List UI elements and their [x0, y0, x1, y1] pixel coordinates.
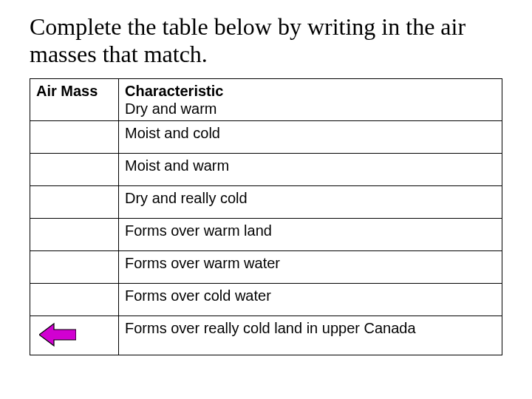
table-row: Forms over cold water: [30, 283, 502, 316]
page-title: Complete the table below by writing in t…: [30, 13, 502, 68]
header-characteristic-label: Characteristic: [125, 83, 223, 99]
back-arrow-shape: [39, 324, 76, 346]
table-row: Forms over really cold land in upper Can…: [30, 316, 502, 355]
table-row: Forms over warm land: [30, 218, 502, 250]
table-row: Dry and really cold: [30, 185, 502, 218]
cell-characteristic: Forms over cold water: [119, 283, 502, 316]
header-air-mass: Air Mass: [30, 78, 119, 120]
cell-airmass[interactable]: [30, 153, 119, 185]
slide: Complete the table below by writing in t…: [0, 0, 532, 355]
table-row: Forms over warm water: [30, 250, 502, 283]
cell-characteristic: Moist and cold: [119, 120, 502, 153]
cell-airmass[interactable]: [30, 120, 119, 153]
cell-characteristic: Forms over warm land: [119, 218, 502, 250]
header-characteristic-sub: Dry and warm: [125, 100, 496, 117]
air-mass-table: Air Mass Characteristic Dry and warm Moi…: [30, 78, 502, 355]
cell-airmass[interactable]: [30, 185, 119, 218]
header-characteristic: Characteristic Dry and warm: [119, 78, 502, 120]
cell-characteristic: Dry and really cold: [119, 185, 502, 218]
cell-airmass[interactable]: [30, 250, 119, 283]
back-arrow-icon[interactable]: [39, 322, 76, 347]
table-header-row: Air Mass Characteristic Dry and warm: [30, 78, 502, 120]
cell-airmass[interactable]: [30, 316, 119, 355]
cell-characteristic: Moist and warm: [119, 153, 502, 185]
table-row: Moist and warm: [30, 153, 502, 185]
table-row: Moist and cold: [30, 120, 502, 153]
cell-characteristic: Forms over warm water: [119, 250, 502, 283]
cell-airmass[interactable]: [30, 283, 119, 316]
cell-airmass[interactable]: [30, 218, 119, 250]
cell-characteristic: Forms over really cold land in upper Can…: [119, 316, 502, 355]
back-arrow-wrap: [36, 319, 112, 352]
